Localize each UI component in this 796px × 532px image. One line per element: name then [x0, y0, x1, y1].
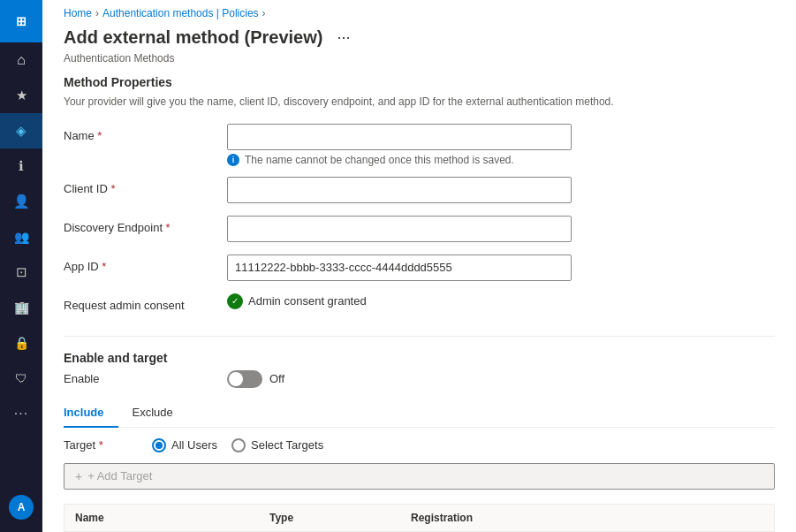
info-circle-icon: i [227, 154, 239, 166]
breadcrumb-home[interactable]: Home [64, 7, 92, 19]
breadcrumb: Home › Authentication methods | Policies… [42, 0, 796, 23]
discovery-endpoint-input[interactable] [227, 216, 572, 242]
home-icon: ⌂ [17, 52, 26, 68]
col-name: Name [75, 512, 269, 524]
enable-row: Enable Off [64, 370, 775, 388]
app-id-input[interactable] [227, 255, 572, 281]
add-target-label: + Add Target [87, 469, 152, 483]
radio-all-users-outer [152, 438, 166, 452]
name-input[interactable] [227, 124, 572, 150]
sidebar-item-lock[interactable]: 🔒 [0, 325, 42, 361]
add-target-button: + + Add Target [64, 463, 775, 490]
include-exclude-tabs: Include Exclude [64, 399, 775, 428]
client-id-row: Client ID * [64, 177, 775, 205]
name-info-note: i The name cannot be changed once this m… [227, 154, 572, 166]
client-id-label: Client ID * [64, 177, 227, 195]
enable-label: Enable [64, 372, 227, 385]
sidebar-item-more[interactable]: ··· [0, 396, 42, 431]
check-circle-icon: ✓ [227, 293, 243, 309]
enable-toggle[interactable] [227, 370, 262, 388]
sidebar-avatar[interactable]: A [0, 490, 42, 525]
col-actions [719, 512, 763, 524]
target-row: Target * All Users Select Targets [64, 438, 775, 452]
discovery-endpoint-row: Discovery Endpoint * [64, 216, 775, 244]
discovery-endpoint-label: Discovery Endpoint * [64, 216, 227, 234]
tab-include[interactable]: Include [64, 399, 118, 428]
sidebar-item-shield[interactable]: 🛡 [0, 361, 42, 396]
enable-target-title: Enable and target [64, 351, 775, 365]
users-icon: 👤 [13, 194, 30, 209]
info-icon: ℹ [19, 158, 24, 174]
client-id-input-wrap [227, 177, 572, 203]
targets-table: Name Type Registration All Users Group O… [64, 504, 775, 532]
method-properties-desc: Your provider will give you the name, cl… [64, 95, 775, 110]
toggle-state-text: Off [269, 372, 284, 385]
toggle-wrap: Off [227, 370, 284, 388]
sidebar-item-users[interactable]: 👤 [0, 184, 42, 219]
col-registration: Registration [411, 512, 719, 524]
discovery-endpoint-input-wrap [227, 216, 572, 242]
target-label: Target * [64, 438, 152, 452]
star-icon: ★ [16, 87, 27, 103]
sidebar: ⊞ ⌂ ★ ◈ ℹ 👤 👥 ⊡ 🏢 🔒 🛡 ··· A [0, 0, 42, 532]
sidebar-item-home[interactable]: ⌂ [0, 42, 42, 78]
table-header: Name Type Registration [64, 505, 774, 532]
breadcrumb-sep2: › [262, 7, 266, 19]
breadcrumb-auth-methods[interactable]: Authentication methods | Policies [102, 7, 259, 19]
method-properties-title: Method Properties [64, 75, 775, 89]
entra-icon: ◈ [16, 123, 27, 139]
radio-select-targets-outer [231, 438, 246, 452]
toggle-knob [229, 372, 243, 386]
sidebar-item-orgs[interactable]: 🏢 [0, 290, 42, 325]
app-id-row: App ID * [64, 255, 775, 283]
admin-consent-status: ✓ Admin consent granted [227, 293, 367, 309]
content-area: Method Properties Your provider will giv… [42, 75, 796, 532]
admin-consent-row: Request admin consent ✓ Admin consent gr… [64, 293, 775, 322]
app-id-input-wrap [227, 255, 572, 281]
tab-exclude[interactable]: Exclude [118, 399, 187, 428]
page-title: Add external method (Preview) [64, 27, 322, 48]
apps-icon: ⊡ [16, 264, 27, 280]
lock-icon: 🔒 [14, 336, 29, 350]
page-header: Add external method (Preview) ··· [42, 23, 796, 52]
section-divider [64, 336, 775, 337]
admin-consent-granted-text: Admin consent granted [248, 294, 367, 308]
more-options-button[interactable]: ··· [331, 27, 355, 49]
name-row: Name * i The name cannot be changed once… [64, 124, 775, 166]
groups-icon: 👥 [14, 230, 29, 244]
admin-consent-label: Request admin consent [64, 293, 227, 312]
org-icon: 🏢 [14, 300, 29, 315]
page-subtitle: Authentication Methods [42, 52, 796, 75]
client-id-input[interactable] [227, 177, 572, 203]
sidebar-item-favorites[interactable]: ★ [0, 78, 42, 113]
main-content: Home › Authentication methods | Policies… [42, 0, 796, 532]
name-input-wrap: i The name cannot be changed once this m… [227, 124, 572, 166]
breadcrumb-sep1: › [95, 7, 99, 19]
sidebar-item-entra[interactable]: ◈ [0, 113, 42, 148]
col-type: Type [269, 512, 411, 524]
radio-select-targets-label: Select Targets [251, 438, 323, 452]
avatar: A [9, 495, 34, 520]
app-logo[interactable]: ⊞ [0, 0, 42, 42]
name-note-text: The name cannot be changed once this met… [245, 154, 514, 166]
radio-all-users[interactable]: All Users [152, 438, 217, 452]
sidebar-item-apps[interactable]: ⊡ [0, 255, 42, 290]
sidebar-item-groups[interactable]: 👥 [0, 219, 42, 255]
radio-all-users-inner [155, 442, 163, 449]
sidebar-item-info[interactable]: ℹ [0, 148, 42, 184]
target-radio-group: All Users Select Targets [152, 438, 323, 452]
app-id-label: App ID * [64, 255, 227, 273]
add-target-icon: + [75, 469, 82, 483]
radio-all-users-label: All Users [171, 438, 217, 452]
shield-icon: 🛡 [15, 371, 27, 385]
more-icon: ··· [14, 406, 28, 422]
name-label: Name * [64, 124, 227, 142]
radio-select-targets[interactable]: Select Targets [231, 438, 323, 452]
